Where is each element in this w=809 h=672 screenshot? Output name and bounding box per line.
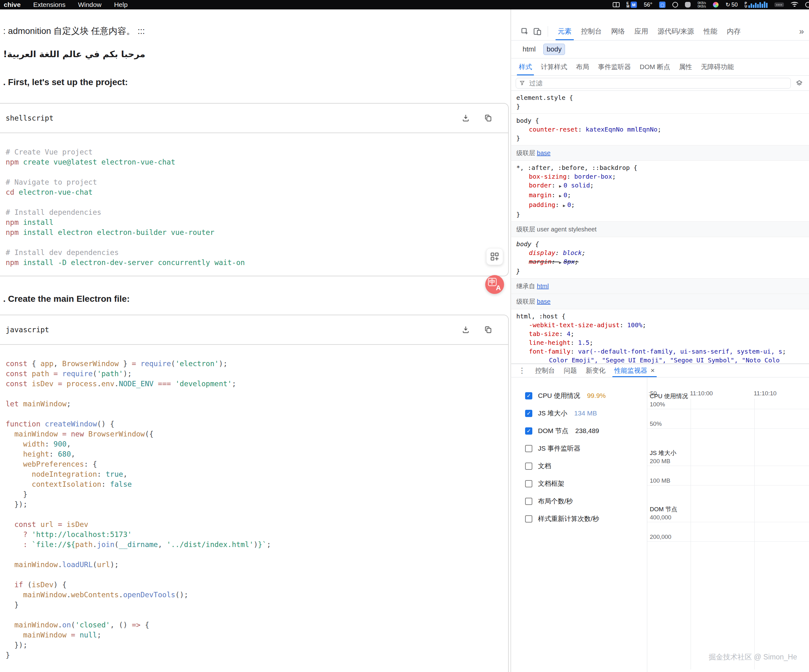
css-rule: body {counter-reset: katexEqnNo mmlEqnNo… [511, 114, 809, 146]
download-code-button[interactable] [460, 113, 471, 123]
styles-sidebar-tabs: 样式计算样式布局事件监听器DOM 断点属性无障碍功能 [511, 59, 809, 76]
metric-row-document-frames: 文档框架 [525, 475, 647, 493]
axis-group: CPU 使用情况100%50% [647, 392, 809, 433]
control-center-icon[interactable] [805, 2, 807, 8]
css-declaration[interactable]: tab-size: 4; [516, 329, 804, 338]
code-line: }); [6, 640, 508, 650]
code-line: webPreferences: { [6, 459, 508, 469]
style-tab-accessibility[interactable]: 无障碍功能 [697, 59, 739, 75]
network-speed-indicator[interactable]: 0KB/s0KB/s [698, 1, 706, 8]
more-panels-button[interactable]: » [799, 26, 809, 37]
stylesheet-link[interactable]: html [537, 283, 549, 290]
drawer-tab-performance-monitor[interactable]: 性能监视器✕ [610, 364, 659, 377]
stylesheet-link[interactable]: base [537, 149, 551, 156]
close-performance-monitor-icon[interactable]: ✕ [650, 367, 655, 374]
browser-icon[interactable] [672, 2, 678, 8]
code-line: contextIsolation: false [6, 479, 508, 489]
style-tab-properties[interactable]: 属性 [675, 59, 697, 75]
code-line: : `file://${path.join(__dirname, '../dis… [6, 540, 508, 550]
color-app-icon[interactable] [713, 2, 718, 8]
css-declaration[interactable]: font-family: var(--default-font-family, … [516, 347, 804, 356]
drawer-tab-issues[interactable]: 问题 [559, 364, 581, 377]
split-panes-icon[interactable] [613, 2, 619, 7]
css-declaration[interactable]: counter-reset: katexEqnNo mmlEqnNo; [516, 125, 804, 134]
breadcrumb-html[interactable]: html [519, 44, 539, 55]
css-selector[interactable]: element.style { [516, 93, 804, 102]
watermark-text: 掘金技术社区 @ Simon_He [708, 652, 797, 662]
metric-row-layouts-per-sec: 布局个数/秒 [525, 493, 647, 510]
checkbox-js-heap[interactable]: ✓ [525, 410, 532, 417]
stylesheet-link[interactable]: base [537, 298, 551, 305]
main-tab-network[interactable]: 网络 [606, 23, 630, 40]
code-line: const url = isDev [6, 520, 508, 530]
css-selector[interactable]: html, :host { [516, 312, 804, 321]
code-line: width: 900, [6, 439, 508, 449]
main-tab-elements[interactable]: 元素 [553, 23, 576, 40]
inspect-element-button[interactable] [519, 26, 530, 37]
css-rule: html, :host {-webkit-text-size-adjust: 1… [511, 309, 809, 364]
copy-code-button[interactable] [483, 113, 494, 123]
drawer-tab-console[interactable]: 控制台 [531, 364, 559, 377]
axis-title: DOM 节点 [650, 505, 677, 513]
utility-icon[interactable] [685, 2, 691, 8]
checkbox-js-listeners[interactable] [525, 445, 532, 452]
collect-to-grid-button[interactable] [486, 248, 503, 265]
css-declaration[interactable]: padding: ▶0; [516, 200, 804, 210]
code-line: function createWindow() { [6, 419, 508, 429]
refresh-icon: ↻ [725, 1, 730, 8]
sync-count[interactable]: ↻50 [725, 1, 738, 8]
main-tab-sources[interactable]: 源代码/来源 [653, 23, 699, 40]
copy-code-button[interactable] [483, 324, 494, 335]
drawer-toolbar: ⋮ 控制台问题新变化性能监视器✕ [511, 364, 809, 377]
style-tab-event-listeners[interactable]: 事件监听器 [594, 59, 635, 75]
battery-icon[interactable] [774, 3, 784, 7]
main-tab-application[interactable]: 应用 [630, 23, 653, 40]
css-declaration[interactable]: margin: ▶8px; [516, 257, 804, 267]
css-selector[interactable]: body { [516, 116, 804, 125]
weather-temperature[interactable]: 56° [644, 2, 652, 8]
breadcrumb-body[interactable]: body [543, 44, 565, 55]
menu-item-help[interactable]: Help [114, 1, 128, 8]
display-icon[interactable]: ▢ [659, 2, 665, 8]
checkbox-cpu[interactable]: ✓ [525, 392, 532, 399]
css-declaration[interactable]: border: ▶0 solid; [516, 181, 804, 191]
wifi-icon[interactable] [791, 2, 798, 8]
layers-icon [795, 79, 803, 87]
styles-filter-input[interactable]: 过滤 [516, 78, 791, 89]
menu-item-app[interactable]: chive [4, 1, 21, 8]
stats-widget[interactable]: PU [745, 2, 767, 8]
style-tab-styles[interactable]: 样式 [514, 59, 536, 75]
style-tab-computed[interactable]: 计算样式 [536, 59, 572, 75]
style-tab-dom-breakpoints[interactable]: DOM 断点 [635, 59, 675, 75]
css-declaration[interactable]: Color Emoji", "Segoe UI Emoji", "Segoe U… [516, 356, 804, 364]
device-toolbar-button[interactable] [532, 26, 543, 37]
download-code-button[interactable] [460, 324, 471, 335]
style-tab-layout[interactable]: 布局 [572, 59, 594, 75]
article-pane: : admonition 自定义块 任意内容。 ::: مرحبا بكم في… [0, 9, 511, 672]
css-declaration[interactable]: -webkit-text-size-adjust: 100%; [516, 321, 804, 329]
css-selector[interactable]: body { [516, 240, 804, 248]
axis-group: JS 堆大小200 MB100 MB [647, 449, 809, 490]
menu-item-window[interactable]: Window [78, 1, 101, 8]
drawer-tab-changes[interactable]: 新变化 [581, 364, 610, 377]
em-app-icon[interactable]: EM M [626, 2, 637, 8]
css-declaration[interactable]: margin: ▶0; [516, 191, 804, 200]
drawer-menu-icon[interactable]: ⋮ [513, 366, 531, 375]
css-selector[interactable]: *, :after, :before, ::backdrop { [516, 163, 804, 172]
checkbox-document-frames[interactable] [525, 480, 532, 488]
css-declaration[interactable]: display: block; [516, 248, 804, 257]
toggle-layers-button[interactable] [794, 78, 805, 89]
css-declaration[interactable]: box-sizing: border-box; [516, 172, 804, 181]
main-tab-performance[interactable]: 性能 [699, 23, 722, 40]
main-tab-memory[interactable]: 内存 [722, 23, 745, 40]
metric-label: CPU 使用情况 [538, 391, 580, 400]
translate-button[interactable]: 中 A [485, 275, 504, 294]
checkbox-documents[interactable] [525, 463, 532, 470]
styles-filter-row: 过滤 [511, 76, 809, 91]
checkbox-layouts-per-sec[interactable] [525, 498, 532, 505]
main-tab-console[interactable]: 控制台 [576, 23, 606, 40]
css-declaration[interactable]: line-height: 1.5; [516, 338, 804, 347]
menu-item-extensions[interactable]: Extensions [33, 1, 65, 8]
checkbox-dom-nodes[interactable]: ✓ [525, 427, 532, 435]
checkbox-style-recalcs-per-sec[interactable] [525, 515, 532, 523]
